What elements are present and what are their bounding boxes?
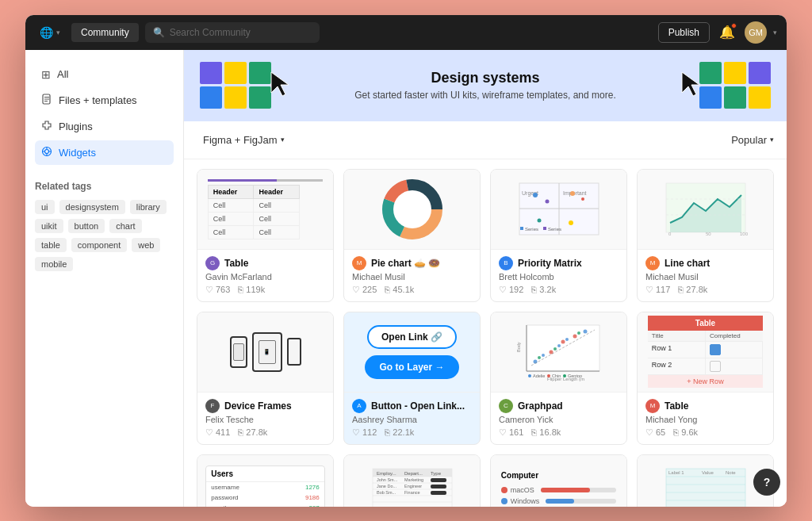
card-preview-computer: Computer macOS W bbox=[491, 455, 626, 507]
sidebar-item-label-all: All bbox=[57, 68, 68, 80]
sidebar-nav: ⊞ All Files + templates Plugins bbox=[25, 63, 183, 165]
table2-cell bbox=[706, 358, 764, 374]
card-author-name-table2: Michael Yong bbox=[645, 415, 765, 424]
card-copies: ⎘3.2k bbox=[531, 285, 556, 295]
phone-frame bbox=[230, 336, 247, 368]
color-cell bbox=[200, 62, 222, 84]
hero-title: Design systems bbox=[354, 70, 615, 86]
comp-row: Windows bbox=[501, 497, 616, 505]
card-likes: ♡192 bbox=[499, 285, 523, 295]
tag-web[interactable]: web bbox=[132, 238, 160, 252]
svg-text:Engineer: Engineer bbox=[404, 484, 422, 488]
svg-text:John Sm...: John Sm... bbox=[377, 477, 398, 482]
globe-button[interactable]: 🌐 ▾ bbox=[35, 23, 65, 42]
card-likes: ♡225 bbox=[352, 285, 377, 295]
datatable-preview: Employ... Depart... Type John Sm... Mark… bbox=[369, 465, 456, 507]
card-author-name-table: Gavin McFarland bbox=[205, 272, 325, 282]
svg-point-27 bbox=[537, 219, 541, 223]
sidebar-item-all[interactable]: ⊞ All bbox=[35, 63, 174, 86]
table2-row: Row 2 bbox=[648, 358, 763, 375]
sort-label: Popular bbox=[731, 134, 767, 146]
tag-chart[interactable]: chart bbox=[109, 219, 141, 233]
card-computer[interactable]: Computer macOS W bbox=[490, 454, 627, 507]
svg-point-5 bbox=[45, 149, 49, 153]
publish-button[interactable]: Publish bbox=[658, 22, 710, 43]
help-button[interactable]: ? bbox=[753, 469, 780, 496]
card-likes: ♡411 bbox=[205, 427, 230, 438]
svg-text:Body: Body bbox=[516, 342, 521, 352]
priority-chart: Urgent Important bbox=[515, 179, 603, 239]
card-copies: ⎘16.8k bbox=[531, 427, 561, 438]
sidebar-item-widgets[interactable]: Widgets bbox=[35, 140, 174, 165]
users-table-preview: Users username1276 password9186 email267 bbox=[205, 465, 324, 507]
related-tags-section: Related tags ui designsystem library uik… bbox=[25, 181, 183, 271]
sort-chevron: ▾ bbox=[770, 136, 774, 144]
svg-text:Chin: Chin bbox=[552, 374, 561, 378]
card-preview-graphpad: Flipper Length (m Body Adelie Chin Gento… bbox=[491, 312, 626, 392]
plugins-icon bbox=[41, 120, 52, 133]
card-table[interactable]: HeaderHeader CellCell CellCell CellCell bbox=[197, 169, 334, 302]
card-copies: ⎘119k bbox=[238, 285, 265, 295]
color-cell bbox=[224, 86, 247, 109]
hero-subtitle: Get started faster with UI kits, wirefra… bbox=[354, 90, 615, 101]
tag-ui[interactable]: ui bbox=[35, 200, 55, 214]
card-title-openlink: Button - Open Link... bbox=[371, 400, 465, 412]
hero-deco-right bbox=[699, 50, 771, 121]
card-copies: ⎘45.1k bbox=[385, 285, 414, 295]
sidebar-item-files[interactable]: Files + templates bbox=[35, 88, 174, 113]
card-title-piechart: Pie chart 🥧 🍩 bbox=[371, 258, 440, 269]
card-device[interactable]: 📱 F Device Frames Felix Tesche bbox=[197, 312, 334, 445]
card-openlink[interactable]: Open Link 🔗 Go to Layer → A Button - Ope… bbox=[343, 312, 481, 445]
author-avatar: C bbox=[499, 399, 513, 413]
svg-point-24 bbox=[545, 200, 549, 204]
search-input[interactable] bbox=[170, 27, 312, 38]
table2-row: Row 1 bbox=[648, 342, 763, 358]
card-preview-openlink: Open Link 🔗 Go to Layer → bbox=[344, 312, 480, 392]
sidebar: ⊞ All Files + templates Plugins bbox=[25, 50, 184, 507]
tag-component[interactable]: component bbox=[71, 238, 127, 252]
card-users[interactable]: Users username1276 password9186 email267 bbox=[197, 454, 334, 507]
card-linechart[interactable]: 0 50 100 M Line chart Michael Musil bbox=[637, 169, 774, 302]
card-table2[interactable]: Table Title Completed Row 1 bbox=[637, 312, 774, 445]
card-graphpad[interactable]: Flipper Length (m Body Adelie Chin Gento… bbox=[490, 312, 627, 445]
comp-dot bbox=[501, 487, 508, 493]
svg-point-28 bbox=[569, 220, 573, 225]
svg-text:50: 50 bbox=[706, 232, 711, 236]
tag-designsystem[interactable]: designsystem bbox=[59, 200, 125, 214]
avatar[interactable]: GM bbox=[745, 21, 767, 44]
tag-library[interactable]: library bbox=[130, 200, 167, 214]
sidebar-item-label-files: Files + templates bbox=[59, 94, 137, 106]
card-info-openlink: A Button - Open Link... Aashrey Sharma ♡… bbox=[344, 392, 480, 444]
type-filter-chevron: ▾ bbox=[281, 136, 285, 144]
notification-button[interactable]: 🔔 bbox=[716, 21, 738, 43]
svg-text:Series: Series bbox=[525, 227, 538, 232]
tag-button[interactable]: button bbox=[68, 219, 105, 233]
sort-button[interactable]: Popular ▾ bbox=[731, 134, 774, 146]
tag-uikit[interactable]: uikit bbox=[35, 219, 63, 233]
comp-row: macOS bbox=[501, 486, 616, 494]
card-preview-priority: Urgent Important bbox=[491, 170, 626, 249]
card-datatable[interactable]: Employ... Depart... Type John Sm... Mark… bbox=[343, 454, 481, 507]
card-author-name-graphpad: Cameron Yick bbox=[499, 415, 619, 424]
lines-chart: Label 1 Value Note bbox=[662, 465, 749, 507]
search-bar[interactable]: 🔍 bbox=[145, 22, 320, 43]
card-stats-table2: ♡65 ⎘9.6k bbox=[645, 427, 765, 438]
tag-mobile[interactable]: mobile bbox=[35, 257, 73, 271]
community-tab[interactable]: Community bbox=[71, 23, 139, 42]
tag-table[interactable]: table bbox=[35, 238, 67, 252]
sidebar-item-plugins[interactable]: Plugins bbox=[35, 114, 174, 139]
card-title-graphpad: Graphpad bbox=[518, 400, 563, 412]
search-icon: 🔍 bbox=[153, 27, 165, 38]
card-preview-users: Users username1276 password9186 email267 bbox=[197, 455, 333, 507]
svg-rect-75 bbox=[431, 478, 446, 482]
type-filter-button[interactable]: Figma + FigJam ▾ bbox=[197, 131, 291, 149]
related-tags-title: Related tags bbox=[35, 181, 174, 192]
card-priority[interactable]: Urgent Important bbox=[490, 169, 627, 302]
table2-preview: Table Title Completed Row 1 bbox=[648, 316, 763, 388]
card-piechart[interactable]: M Pie chart 🥧 🍩 Michael Musil ♡225 ⎘45.1… bbox=[343, 169, 481, 302]
tablet-frame-2 bbox=[287, 338, 301, 366]
svg-text:Bob Sm...: Bob Sm... bbox=[377, 490, 396, 495]
grid-area: HeaderHeader CellCell CellCell CellCell bbox=[184, 159, 787, 507]
svg-text:Series: Series bbox=[548, 227, 561, 232]
card-likes: ♡65 bbox=[645, 427, 665, 438]
